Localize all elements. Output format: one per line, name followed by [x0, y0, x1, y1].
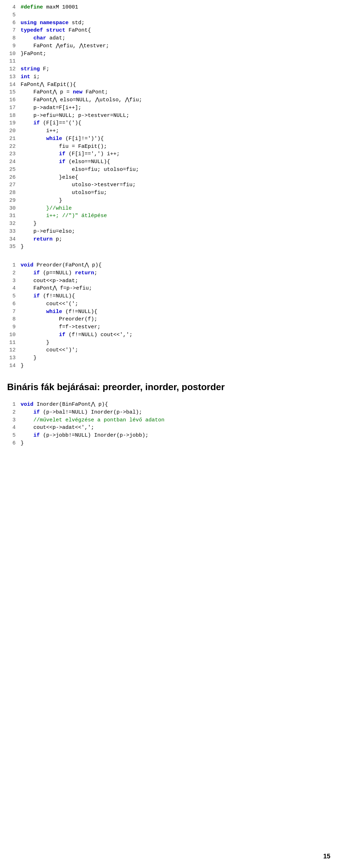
- code-line-33: 33 p->efiu=elso;: [7, 228, 334, 236]
- code2-6: cout<<'(';: [21, 300, 334, 308]
- code2-line-13: 13 }: [7, 354, 334, 362]
- code2-3: cout<<p->adat;: [21, 277, 334, 285]
- code3-line-4: 4 cout<<p->adat<<',';: [7, 424, 334, 432]
- line-num-34: 34: [7, 236, 21, 243]
- line-num-33: 33: [7, 228, 21, 236]
- code-line-27: 27 utolso->testver=fiu;: [7, 181, 334, 189]
- line-num-26: 26: [7, 174, 21, 182]
- code-line-25: 25 elso=fiu; utolso=fiu;: [7, 166, 334, 174]
- code-12: string F;: [21, 65, 334, 73]
- code-24: if (elso==NULL){: [21, 158, 334, 166]
- code2-7: while (f!=NULL){: [21, 308, 334, 316]
- code2-line-4: 4 FaPont⋀ f=p->efiu;: [7, 285, 334, 292]
- code-31: i++; //")" átlépése: [21, 212, 334, 220]
- code2-14: }: [21, 362, 334, 370]
- code-34: return p;: [21, 236, 334, 243]
- line-num-2-8: 8: [7, 316, 21, 323]
- line-num-24: 24: [7, 158, 21, 166]
- code-line-18: 18 p->efiu=NULL; p->testver=NULL;: [7, 112, 334, 120]
- code-9: FaPont ⋀efiu, ⋀testver;: [21, 42, 334, 50]
- line-num-27: 27: [7, 181, 21, 189]
- code-line-22: 22 fiu = FaEpit();: [7, 143, 334, 151]
- line-num-10: 10: [7, 50, 21, 58]
- code-line-12: 12 string F;: [7, 65, 334, 73]
- code-29: }: [21, 197, 334, 205]
- line-num-3-6: 6: [7, 440, 21, 447]
- code2-5: if (f!=NULL){: [21, 292, 334, 300]
- code-6: using namespace std;: [21, 19, 334, 27]
- code2-line-9: 9 f=f->testver;: [7, 323, 334, 331]
- line-num-3-5: 5: [7, 432, 21, 440]
- line-num-2-14: 14: [7, 362, 21, 370]
- code2-line-5: 5 if (f!=NULL){: [7, 292, 334, 300]
- line-num-5: 5: [7, 11, 21, 19]
- code3-line-3: 3 //művelet elvégzése a pontban lévő ada…: [7, 416, 334, 424]
- code2-1: void Preorder(FaPont⋀ p){: [21, 262, 334, 269]
- line-num-4: 4: [7, 4, 21, 11]
- code2-9: f=f->testver;: [21, 323, 334, 331]
- code-line-11: 11: [7, 58, 334, 65]
- code-line-19: 19 if (F[i]=='('){: [7, 119, 334, 127]
- code-32: }: [21, 220, 334, 228]
- code-11: [21, 58, 334, 65]
- code-line-35: 35 }: [7, 243, 334, 251]
- code3-2: if (p->bal!=NULL) Inorder(p->bal);: [21, 409, 334, 416]
- code2-10: if (f!=NULL) cout<<',';: [21, 331, 334, 339]
- code-19: if (F[i]=='('){: [21, 119, 334, 127]
- code-18: p->efiu=NULL; p->testver=NULL;: [21, 112, 334, 120]
- code-line-13: 13 int i;: [7, 73, 334, 81]
- code-30: }//while: [21, 205, 334, 212]
- code3-line-5: 5 if (p->jobb!=NULL) Inorder(p->jobb);: [7, 432, 334, 440]
- code-line-15: 15 FaPont⋀ p = new FaPont;: [7, 88, 334, 96]
- line-num-17: 17: [7, 104, 21, 112]
- line-num-2-7: 7: [7, 308, 21, 316]
- line-num-32: 32: [7, 220, 21, 228]
- code3-line-1: 1 void Inorder(BinFaPont⋀ p){: [7, 401, 334, 409]
- line-num-2-2: 2: [7, 269, 21, 277]
- code2-line-3: 3 cout<<p->adat;: [7, 277, 334, 285]
- code-block-1: 4 #define maxM 10001 5 6 using namespace…: [7, 4, 334, 251]
- section-title: Bináris fák bejárásai: preorder, inorder…: [7, 381, 334, 394]
- code2-line-12: 12 cout<<')';: [7, 346, 334, 354]
- code2-12: cout<<')';: [21, 346, 334, 354]
- line-num-2-5: 5: [7, 292, 21, 300]
- line-num-30: 30: [7, 205, 21, 212]
- code-20: i++;: [21, 127, 334, 135]
- code-line-24: 24 if (elso==NULL){: [7, 158, 334, 166]
- code-28: utolso=fiu;: [21, 189, 334, 197]
- line-num-14: 14: [7, 81, 21, 89]
- code2-11: }: [21, 339, 334, 347]
- code2-line-10: 10 if (f!=NULL) cout<<',';: [7, 331, 334, 339]
- code2-4: FaPont⋀ f=p->efiu;: [21, 285, 334, 292]
- line-num-11: 11: [7, 58, 21, 65]
- line-num-25: 25: [7, 166, 21, 174]
- code-35: }: [21, 243, 334, 251]
- code2-line-7: 7 while (f!=NULL){: [7, 308, 334, 316]
- line-num-7: 7: [7, 27, 21, 34]
- code-10: }FaPont;: [21, 50, 334, 58]
- line-num-2-10: 10: [7, 331, 21, 339]
- code-line-23: 23 if (F[i]==',') i++;: [7, 150, 334, 158]
- code3-5: if (p->jobb!=NULL) Inorder(p->jobb);: [21, 432, 334, 440]
- line-num-2-12: 12: [7, 346, 21, 354]
- code2-8: Preorder(f);: [21, 316, 334, 323]
- code-5: [21, 11, 334, 19]
- code-21: while (F[i]!=')'){: [21, 135, 334, 143]
- line-num-35: 35: [7, 243, 21, 251]
- code3-1: void Inorder(BinFaPont⋀ p){: [21, 401, 334, 409]
- line-num-31: 31: [7, 212, 21, 220]
- code-line-29: 29 }: [7, 197, 334, 205]
- line-num-2-4: 4: [7, 285, 21, 292]
- code3-4: cout<<p->adat<<',';: [21, 424, 334, 432]
- code-17: p->adat=F[i++];: [21, 104, 334, 112]
- page-number: 15: [323, 852, 330, 861]
- code-13: int i;: [21, 73, 334, 81]
- line-num-22: 22: [7, 143, 21, 151]
- code2-line-6: 6 cout<<'(';: [7, 300, 334, 308]
- code-line-30: 30 }//while: [7, 205, 334, 212]
- code-8: char adat;: [21, 34, 334, 42]
- code-22: fiu = FaEpit();: [21, 143, 334, 151]
- code-line-26: 26 }else{: [7, 174, 334, 182]
- code3-3: //művelet elvégzése a pontban lévő adato…: [21, 416, 334, 424]
- line-num-2-11: 11: [7, 339, 21, 347]
